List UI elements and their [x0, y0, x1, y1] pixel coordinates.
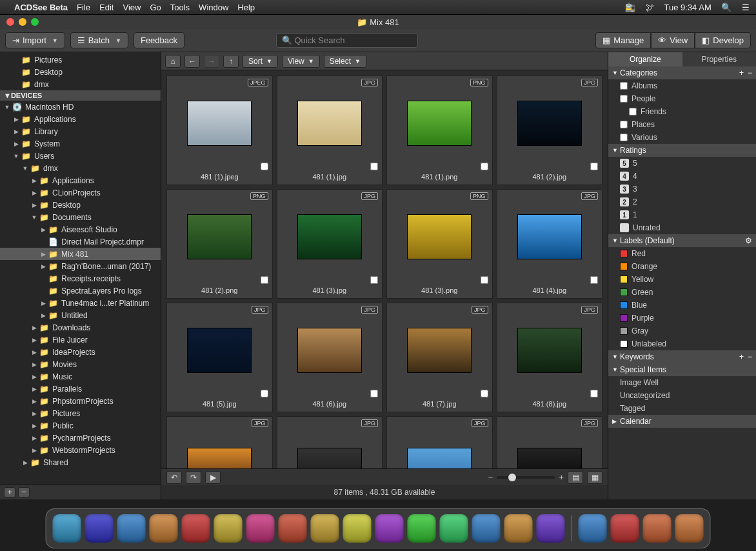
rating-item[interactable]: 44 — [608, 170, 756, 183]
back-button[interactable]: ← — [184, 55, 200, 68]
dock-app-icon[interactable] — [85, 514, 114, 543]
sidebar-item[interactable]: ▶📁Public — [0, 419, 161, 432]
calendar-header[interactable]: ▶Calendar — [608, 415, 756, 428]
sidebar-item[interactable]: ▶📁Untitled — [0, 309, 161, 321]
thumbnail-image[interactable] — [187, 328, 252, 373]
import-button[interactable]: ⇥ Import▼ — [5, 32, 65, 48]
batch-button[interactable]: ☰ Batch▼ — [70, 32, 128, 48]
spotlight-icon[interactable]: 🔍 — [721, 3, 731, 12]
label-item[interactable]: Gray — [608, 325, 756, 337]
sidebar-item[interactable]: ▶📁IdeaProjects — [0, 346, 161, 358]
category-checkbox[interactable] — [620, 82, 628, 90]
thumbnail-cell[interactable]: PNG481 (3).png — [386, 189, 493, 299]
thumbnail-image[interactable] — [297, 328, 362, 373]
view-thumbs-button[interactable]: ▤ — [568, 471, 583, 484]
thumbnail-cell[interactable]: JPG481 (3).jpg — [277, 189, 383, 299]
select-checkbox[interactable] — [481, 163, 488, 170]
sidebar-item[interactable]: ▶📁File Juicer — [0, 334, 161, 346]
tray-icon[interactable]: 🚉 — [625, 3, 635, 12]
sidebar-item[interactable]: 📁SpectraLayers Pro logs — [0, 285, 161, 297]
thumbnail-cell[interactable]: JPG — [497, 416, 603, 468]
thumbnail-image[interactable] — [297, 101, 362, 146]
mode-view[interactable]: 👁 View — [651, 32, 695, 48]
feedback-button[interactable]: Feedback — [134, 32, 184, 48]
zoom-out-icon[interactable]: − — [488, 472, 493, 482]
categories-header[interactable]: ▼Categories+− — [608, 66, 756, 79]
remove-keyword-icon[interactable]: − — [748, 352, 752, 361]
thumbnail-cell[interactable]: JPEG481 (1).jpeg — [166, 75, 273, 185]
special-item[interactable]: Image Well — [608, 376, 756, 389]
thumbnail-image[interactable] — [187, 214, 252, 259]
sidebar-item[interactable]: ▶📁Music — [0, 370, 161, 383]
thumbnail-image[interactable] — [187, 101, 252, 146]
clock[interactable]: Tue 9:34 AM — [664, 3, 711, 12]
thumbnail-cell[interactable]: PNG481 (2).png — [166, 189, 273, 299]
sidebar-item[interactable]: ▶📁WebstormProjects — [0, 444, 161, 456]
dock-app-icon[interactable] — [214, 514, 243, 543]
notifications-icon[interactable]: ☰ — [742, 3, 750, 12]
dock-app-icon[interactable] — [675, 514, 704, 543]
sidebar-item[interactable]: ▶📁Parallels — [0, 383, 161, 395]
thumbnail-image[interactable] — [297, 214, 362, 259]
rating-item[interactable]: Unrated — [608, 221, 756, 234]
dock-app-icon[interactable] — [150, 514, 178, 543]
view-dropdown[interactable]: View▼ — [282, 55, 320, 68]
rating-item[interactable]: 33 — [608, 183, 756, 195]
thumbnail-image[interactable] — [517, 448, 582, 468]
dock-app-icon[interactable] — [343, 514, 372, 543]
up-button[interactable]: ↑ — [223, 55, 239, 68]
dock-app-icon[interactable] — [279, 514, 307, 543]
forward-button[interactable]: → — [204, 55, 219, 68]
thumbnail-cell[interactable]: JPG481 (5).jpg — [166, 303, 273, 412]
dock-app-icon[interactable] — [182, 514, 210, 543]
dock-app-icon[interactable] — [472, 514, 501, 543]
thumbnail-image[interactable] — [517, 214, 582, 259]
thumbnail-image[interactable] — [407, 448, 472, 468]
sidebar-item[interactable]: ▶📁Mix 481 — [0, 248, 161, 260]
select-dropdown[interactable]: Select▼ — [324, 55, 366, 68]
sidebar-item[interactable]: ▼💽Macintosh HD — [0, 101, 161, 113]
thumbnail-cell[interactable]: JPG — [386, 416, 493, 468]
category-item[interactable]: Various — [608, 131, 756, 144]
dock-app-icon[interactable] — [375, 514, 404, 543]
thumbnail-cell[interactable]: JPG — [166, 416, 273, 468]
sidebar-item[interactable]: ▶📁PhpstormProjects — [0, 395, 161, 407]
dock-app-icon[interactable] — [117, 514, 146, 543]
rating-item[interactable]: 11 — [608, 208, 756, 221]
label-item[interactable]: Green — [608, 286, 756, 299]
sidebar-item[interactable]: ▶📁System — [0, 137, 161, 150]
menu-edit[interactable]: Edit — [99, 3, 114, 12]
sidebar-item[interactable]: ▶📁Movies — [0, 358, 161, 370]
add-favorite-button[interactable]: + — [4, 487, 15, 497]
keywords-header[interactable]: ▼Keywords+− — [608, 350, 756, 363]
select-checkbox[interactable] — [590, 276, 598, 284]
thumbnail-image[interactable] — [187, 448, 252, 468]
category-item[interactable]: Places — [608, 118, 756, 131]
dock-app-icon[interactable] — [611, 514, 639, 543]
sidebar-item[interactable]: ▶📁Downloads — [0, 321, 161, 334]
rotate-cw-button[interactable]: ↷ — [186, 471, 201, 484]
tab-properties[interactable]: Properties — [682, 52, 757, 66]
thumbnail-cell[interactable]: JPG481 (2).jpg — [497, 75, 603, 185]
select-checkbox[interactable] — [261, 390, 268, 397]
thumbnail-image[interactable] — [407, 328, 472, 373]
sidebar-item[interactable]: ▶📁PycharmProjects — [0, 432, 161, 444]
slideshow-button[interactable]: ▶ — [205, 471, 221, 484]
sidebar-item[interactable]: ▶📁CLionProjects — [0, 186, 161, 199]
thumbnail-cell[interactable]: JPG481 (8).jpg — [497, 303, 603, 412]
ratings-header[interactable]: ▼Ratings — [608, 144, 756, 157]
sidebar-item[interactable]: ▶📁Aiseesoft Studio — [0, 223, 161, 235]
sidebar-item[interactable]: 📄Direct Mail Project.dmpr — [0, 235, 161, 248]
app-name[interactable]: ACDSee Beta — [14, 3, 68, 12]
menu-view[interactable]: View — [123, 3, 141, 12]
category-item[interactable]: Albums — [608, 79, 756, 92]
select-checkbox[interactable] — [370, 276, 378, 284]
category-item[interactable]: People — [608, 92, 756, 105]
label-item[interactable]: Orange — [608, 260, 756, 273]
select-checkbox[interactable] — [370, 163, 378, 170]
menu-help[interactable]: Help — [237, 3, 255, 12]
thumbnail-cell[interactable]: JPG481 (4).jpg — [497, 189, 603, 299]
home-button[interactable]: ⌂ — [165, 55, 181, 68]
category-checkbox[interactable] — [629, 108, 637, 115]
dock-app-icon[interactable] — [643, 514, 671, 543]
